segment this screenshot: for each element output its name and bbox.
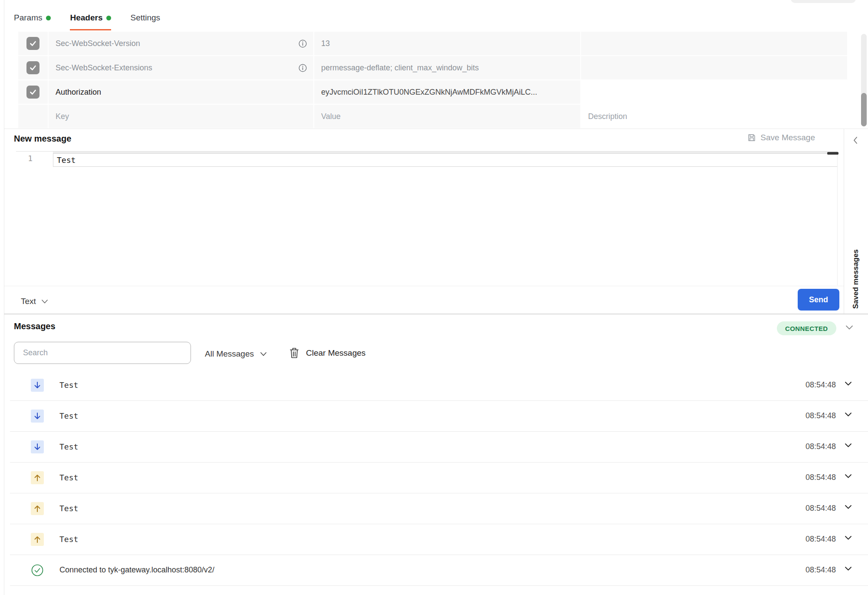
received-arrow-icon [31, 379, 44, 392]
header-row-checkbox-cell [18, 80, 48, 104]
sent-arrow-icon [31, 502, 44, 515]
info-icon[interactable] [298, 63, 307, 73]
received-arrow-icon [31, 440, 44, 453]
connected-check-icon [31, 564, 44, 577]
chevron-down-icon [845, 325, 853, 330]
header-key: Authorization [56, 88, 101, 97]
message-editor[interactable]: Test [53, 153, 838, 167]
expand-message-chevron[interactable] [845, 381, 852, 386]
header-value-cell[interactable]: Value [314, 105, 580, 128]
header-description-cell[interactable] [581, 80, 847, 104]
trash-icon [289, 347, 299, 359]
page-scrollbar-thumb[interactable] [861, 93, 867, 126]
message-row[interactable]: Test 08:54:48 [10, 370, 868, 401]
message-type-label: Text [21, 297, 36, 306]
save-icon [747, 133, 756, 142]
clear-messages-label: Clear Messages [306, 348, 365, 358]
editor-right-gutter [837, 155, 838, 285]
collapse-panel-button[interactable] [852, 136, 858, 145]
header-key-cell[interactable]: Authorization [49, 80, 313, 104]
composer-title: New message [14, 134, 71, 144]
message-time: 08:54:48 [806, 411, 836, 420]
save-message-button[interactable]: Save Message [747, 133, 815, 142]
header-value-cell[interactable]: eyJvcmciOiI1ZTlkOTU0NGExZGNkNjAwMDFkMGVk… [314, 80, 580, 104]
message-time: 08:54:48 [806, 442, 836, 451]
send-button[interactable]: Send [798, 289, 839, 311]
expand-message-chevron[interactable] [845, 443, 852, 448]
header-value: permessage-deflate; client_max_window_bi… [321, 63, 479, 73]
tab-params-label: Params [14, 13, 42, 23]
header-key: Sec-WebSocket-Version [56, 39, 140, 48]
message-time: 08:54:48 [806, 380, 836, 390]
message-time: 08:54:48 [806, 473, 836, 482]
header-description-cell[interactable]: Description [581, 105, 847, 128]
info-icon[interactable] [298, 39, 307, 48]
header-key-cell[interactable]: Key [49, 105, 313, 128]
tab-headers-label: Headers [70, 13, 102, 23]
header-row-checkbox-cell [18, 32, 48, 55]
expand-message-chevron[interactable] [845, 412, 852, 417]
key-placeholder: Key [56, 112, 69, 121]
headers-modified-dot [106, 16, 111, 20]
received-arrow-icon [31, 410, 44, 423]
header-key: Sec-WebSocket-Extensions [56, 63, 152, 73]
message-row[interactable]: Test 08:54:48 [10, 401, 868, 432]
message-row[interactable]: Test 08:54:48 [10, 432, 868, 463]
header-value-cell[interactable]: permessage-deflate; client_max_window_bi… [314, 56, 580, 79]
tab-headers[interactable]: Headers [70, 13, 111, 30]
editor-scrollbar-thumb[interactable] [827, 152, 838, 155]
request-tabbar: Params Headers Settings [14, 13, 160, 30]
new-message-panel: New message Save Message 1 Test Text Sen… [4, 129, 868, 314]
expand-message-chevron[interactable] [845, 566, 852, 571]
message-time: 08:54:48 [806, 535, 836, 544]
header-checkbox[interactable] [26, 61, 39, 74]
chevron-down-icon [41, 299, 48, 304]
message-time: 08:54:48 [806, 565, 836, 575]
params-modified-dot [46, 16, 51, 20]
messages-section-divider [4, 314, 868, 314]
header-description-cell[interactable] [581, 32, 847, 55]
expand-message-chevron[interactable] [845, 536, 852, 540]
saved-messages-tab[interactable]: Saved messages [852, 237, 860, 309]
message-row[interactable]: Test 08:54:48 [10, 493, 868, 524]
messages-list: Test 08:54:48 Test 08:54:48 Test 08:54:4… [10, 370, 868, 586]
header-checkbox[interactable] [26, 37, 39, 50]
connection-status-badge: CONNECTED [777, 321, 836, 335]
tab-params[interactable]: Params [14, 13, 51, 30]
tab-settings-label: Settings [130, 13, 160, 23]
message-text: Connected to tyk-gateway.localhost:8080/… [59, 565, 214, 575]
message-row[interactable]: Connected to tyk-gateway.localhost:8080/… [10, 555, 868, 586]
check-icon [29, 88, 37, 96]
header-key-cell[interactable]: Sec-WebSocket-Extensions [49, 56, 313, 79]
message-filter-dropdown[interactable]: All Messages [205, 349, 267, 359]
message-row[interactable]: Test 08:54:48 [10, 524, 868, 555]
header-value-cell[interactable]: 13 [314, 32, 580, 55]
status-chevron-button[interactable] [845, 325, 853, 330]
tab-settings[interactable]: Settings [130, 13, 160, 30]
message-text: Test [59, 535, 78, 544]
message-row[interactable]: Test 08:54:48 [10, 463, 868, 493]
header-row-checkbox-cell [18, 105, 48, 128]
chevron-down-icon [260, 352, 267, 357]
message-text: Test [59, 442, 78, 451]
sent-arrow-icon [31, 533, 44, 546]
header-row-checkbox-cell [18, 56, 48, 79]
clear-messages-button[interactable]: Clear Messages [289, 347, 365, 359]
message-type-dropdown[interactable]: Text [21, 297, 48, 306]
expand-message-chevron[interactable] [845, 474, 852, 479]
message-text: Test [59, 473, 78, 482]
sent-arrow-icon [31, 471, 44, 484]
expand-message-chevron[interactable] [845, 505, 852, 509]
message-filter-label: All Messages [205, 349, 254, 359]
message-time: 08:54:48 [806, 504, 836, 513]
check-icon [29, 40, 37, 47]
saved-messages-panel: Saved messages [844, 129, 868, 314]
toolbar-fragment [791, 0, 856, 3]
header-description-cell[interactable] [581, 56, 847, 79]
header-checkbox[interactable] [26, 86, 39, 99]
header-value: 13 [321, 39, 330, 48]
description-placeholder: Description [588, 112, 627, 121]
search-input[interactable] [14, 342, 191, 364]
save-message-label: Save Message [760, 133, 815, 142]
header-key-cell[interactable]: Sec-WebSocket-Version [49, 32, 313, 55]
